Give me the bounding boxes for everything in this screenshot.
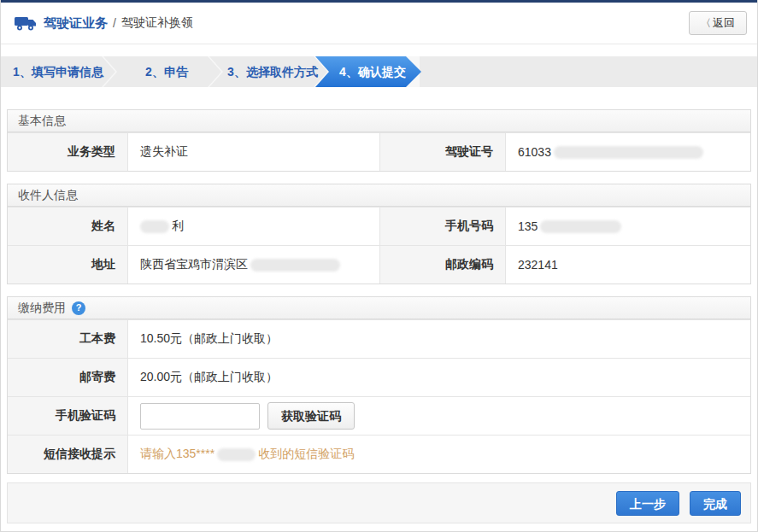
section-payment-fees: 缴纳费用 ? 工本费 10.50元（邮政上门收取） 邮寄费 20.00元（邮政上… [7, 296, 751, 474]
truck-icon [15, 15, 37, 32]
phone-redaction [540, 220, 621, 233]
business-type-label: 业务类型 [8, 133, 128, 171]
step-4-confirm-submit: 4、确认提交 [315, 56, 421, 87]
license-number-label: 驾驶证号 [379, 133, 506, 171]
section-payment-fees-title: 缴纳费用 [18, 297, 66, 319]
phone-text: 135 [518, 219, 538, 233]
name-redaction [140, 220, 169, 233]
sms-hint-redaction [217, 448, 256, 461]
page-title: 驾驶证业务 [44, 15, 108, 32]
back-button[interactable]: 〈返回 [689, 11, 747, 35]
table-row: 短信接收提示 请输入135**** 收到的短信验证码 [8, 435, 750, 473]
previous-step-button[interactable]: 上一步 [616, 491, 679, 516]
section-recipient-info: 收件人信息 姓名 利 手机号码 135 地址 陕西省宝鸡市渭滨区 [7, 184, 751, 284]
sms-hint-before-text: 请输入135**** [140, 447, 214, 462]
name-label: 姓名 [8, 208, 128, 245]
table-row: 工本费 10.50元（邮政上门收取） [8, 319, 750, 358]
name-text: 利 [172, 219, 184, 234]
section-basic-info-header: 基本信息 [8, 110, 750, 132]
table-row: 业务类型 遗失补证 驾驶证号 61033 [8, 132, 750, 171]
production-fee-value: 10.50元（邮政上门收取） [128, 320, 750, 358]
step-1-fill-application[interactable]: 1、填写申请信息 [1, 56, 115, 87]
section-recipient-info-header: 收件人信息 [8, 184, 750, 207]
step-bar-filler [420, 56, 757, 87]
phone-label: 手机号码 [379, 208, 506, 245]
address-value: 陕西省宝鸡市渭滨区 [128, 246, 379, 284]
section-basic-info-title: 基本信息 [18, 110, 66, 132]
step-2-declaration[interactable]: 2、申告 [103, 56, 221, 87]
phone-value: 135 [506, 208, 750, 245]
main-content: 基本信息 业务类型 遗失补证 驾驶证号 61033 收件人信息 姓名 [1, 109, 757, 474]
sms-code-input[interactable] [140, 403, 260, 430]
license-number-redaction [554, 146, 703, 159]
address-text: 陕西省宝鸡市渭滨区 [140, 257, 248, 272]
table-row: 邮寄费 20.00元（邮政上门收取） [8, 358, 750, 396]
business-type-value: 遗失补证 [128, 133, 379, 171]
back-button-label: 返回 [713, 16, 735, 29]
breadcrumb-current: 驾驶证补换领 [121, 15, 193, 31]
address-redaction [250, 259, 340, 272]
chevron-left-icon: 〈 [701, 17, 711, 29]
postage-fee-label: 邮寄费 [8, 359, 128, 396]
section-basic-info: 基本信息 业务类型 遗失补证 驾驶证号 61033 [7, 109, 751, 172]
finish-button[interactable]: 完成 [690, 491, 741, 516]
table-row: 姓名 利 手机号码 135 [8, 207, 750, 245]
production-fee-label: 工本费 [8, 320, 128, 358]
postcode-label: 邮政编码 [379, 246, 506, 284]
license-number-value: 61033 [506, 133, 750, 171]
section-payment-fees-header: 缴纳费用 ? [8, 297, 750, 319]
postage-fee-value: 20.00元（邮政上门收取） [128, 359, 750, 396]
get-code-button[interactable]: 获取验证码 [267, 402, 355, 430]
postcode-value: 232141 [506, 246, 750, 284]
table-row: 手机验证码 获取验证码 [8, 396, 750, 435]
help-icon[interactable]: ? [72, 301, 85, 315]
table-row: 地址 陕西省宝鸡市渭滨区 邮政编码 232141 [8, 245, 750, 284]
step-3-pickup-method[interactable]: 3、选择取件方式 [209, 56, 327, 87]
header: 驾驶证业务 / 驾驶证补换领 〈返回 [1, 3, 757, 44]
section-recipient-info-title: 收件人信息 [18, 184, 78, 206]
footer-actions: 上一步 完成 [7, 482, 751, 523]
sms-hint-after-text: 收到的短信验证码 [258, 447, 354, 462]
page: 驾驶证业务 / 驾驶证补换领 〈返回 1、填写申请信息 2、申告 3、选择取件方… [0, 0, 758, 532]
sms-code-label: 手机验证码 [8, 397, 128, 435]
step-progress-bar: 1、填写申请信息 2、申告 3、选择取件方式 4、确认提交 [1, 56, 757, 87]
sms-hint-label: 短信接收提示 [8, 436, 128, 473]
breadcrumb-separator: / [113, 16, 116, 30]
sms-hint-value: 请输入135**** 收到的短信验证码 [128, 436, 750, 473]
address-label: 地址 [8, 246, 128, 284]
name-value: 利 [128, 208, 379, 245]
sms-code-cell: 获取验证码 [128, 397, 750, 435]
license-number-text: 61033 [518, 145, 551, 159]
